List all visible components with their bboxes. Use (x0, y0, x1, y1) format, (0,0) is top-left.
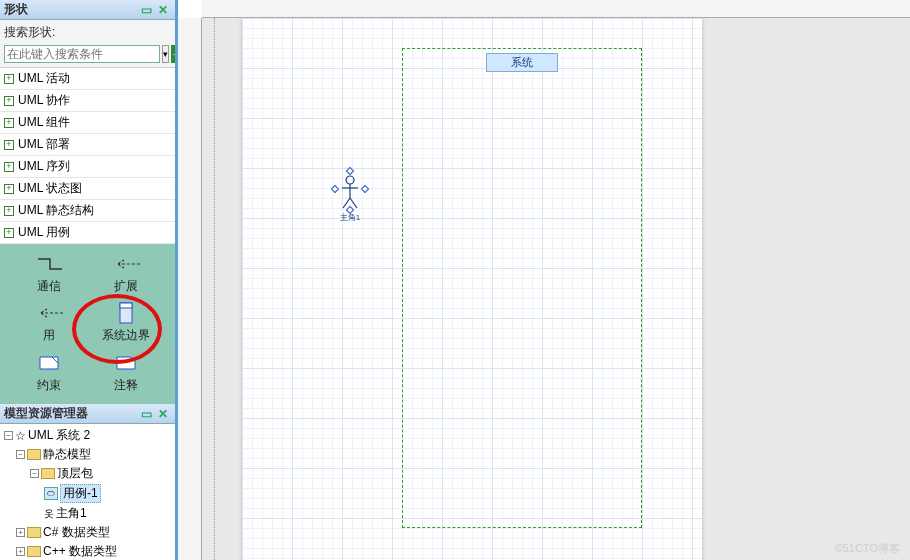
expand-icon: + (4, 162, 14, 172)
collapse-icon[interactable]: − (4, 431, 13, 440)
explorer-panel-title: 模型资源管理器 (4, 405, 138, 422)
collapse-icon[interactable]: − (30, 469, 39, 478)
horizontal-ruler[interactable] (202, 0, 910, 18)
canvas-area: 系统 主角1 ©51CTO博客 (175, 0, 910, 560)
shape-search-area: 搜索形状: ▾ → (0, 20, 175, 67)
category-uml-collaboration[interactable]: +UML 协作 (0, 90, 175, 112)
system-boundary-icon (112, 303, 140, 323)
actor-icon: 옷 (44, 507, 54, 521)
shape-constraint[interactable]: 约束 (10, 349, 88, 398)
use-icon (35, 303, 63, 323)
shape-system-boundary[interactable]: 系统边界 (88, 299, 166, 348)
category-uml-usecase[interactable]: +UML 用例 (0, 222, 175, 244)
expand-icon: + (4, 228, 14, 238)
expand-icon[interactable]: + (16, 547, 25, 556)
expand-icon: + (4, 184, 14, 194)
folder-icon (41, 468, 55, 479)
search-dropdown-icon[interactable]: ▾ (162, 45, 169, 63)
category-uml-static[interactable]: +UML 静态结构 (0, 200, 175, 222)
shape-note[interactable]: 注释 (88, 349, 166, 398)
category-uml-activity[interactable]: +UML 活动 (0, 68, 175, 90)
collapse-icon[interactable]: − (16, 450, 25, 459)
expand-icon: + (4, 74, 14, 84)
shape-extend[interactable]: 扩展 (88, 250, 166, 299)
tree-csharp-types[interactable]: +C# 数据类型 (2, 523, 173, 542)
note-icon (112, 353, 140, 373)
expand-icon: + (4, 118, 14, 128)
shapes-panel-title: 形状 (4, 1, 138, 18)
drawing-page[interactable]: 系统 主角1 (242, 18, 702, 560)
folder-icon (27, 546, 41, 557)
communication-icon (35, 254, 63, 274)
drawing-surface[interactable]: 系统 主角1 (202, 18, 910, 560)
uml-system-icon: ☆ (15, 429, 26, 443)
selection-handle[interactable] (361, 185, 369, 193)
shape-use[interactable]: 用 (10, 299, 88, 348)
tree-actor-1[interactable]: 옷主角1 (2, 504, 173, 523)
category-uml-sequence[interactable]: +UML 序列 (0, 156, 175, 178)
actor-icon (340, 174, 360, 210)
tree-top-package[interactable]: −顶层包 (2, 464, 173, 483)
svg-point-2 (346, 176, 354, 184)
folder-icon (27, 449, 41, 460)
tree-static-model[interactable]: −静态模型 (2, 445, 173, 464)
shape-category-list: +UML 活动 +UML 协作 +UML 组件 +UML 部署 +UML 序列 … (0, 67, 175, 244)
extend-icon (112, 254, 140, 274)
expand-icon: + (4, 206, 14, 216)
model-tree: −☆UML 系统 2 −静态模型 −顶层包 ⬭用例-1 옷主角1 +C# 数据类… (0, 424, 175, 560)
panel-pin-icon[interactable]: ▭ (138, 407, 155, 421)
search-label: 搜索形状: (4, 24, 171, 41)
tree-usecase-1[interactable]: ⬭用例-1 (2, 483, 173, 504)
watermark: ©51CTO博客 (835, 541, 900, 556)
system-boundary-shape[interactable]: 系统 (402, 48, 642, 528)
actor-shape[interactable]: 主角1 (338, 174, 362, 223)
shape-search-input[interactable] (4, 45, 160, 63)
category-uml-component[interactable]: +UML 组件 (0, 112, 175, 134)
shape-communication[interactable]: 通信 (10, 250, 88, 299)
page-margin-guide (214, 18, 215, 560)
panel-close-icon[interactable]: ✕ (155, 3, 171, 17)
shape-palette: 通信 扩展 用 系统边界 约束 注释 (0, 244, 175, 404)
tree-cpp-types[interactable]: +C++ 数据类型 (2, 542, 173, 560)
svg-rect-1 (120, 303, 132, 308)
constraint-icon (35, 353, 63, 373)
shapes-panel-header: 形状 ▭ ✕ (0, 0, 175, 20)
explorer-panel-header: 模型资源管理器 ▭ ✕ (0, 404, 175, 424)
vertical-ruler[interactable] (178, 18, 202, 560)
system-boundary-title[interactable]: 系统 (486, 53, 558, 72)
expand-icon: + (4, 96, 14, 106)
expand-icon[interactable]: + (16, 528, 25, 537)
panel-pin-icon[interactable]: ▭ (138, 3, 155, 17)
category-uml-deployment[interactable]: +UML 部署 (0, 134, 175, 156)
tree-root[interactable]: −☆UML 系统 2 (2, 426, 173, 445)
category-uml-state[interactable]: +UML 状态图 (0, 178, 175, 200)
expand-icon: + (4, 140, 14, 150)
selection-handle[interactable] (331, 185, 339, 193)
usecase-icon: ⬭ (44, 487, 58, 500)
panel-close-icon[interactable]: ✕ (155, 407, 171, 421)
folder-icon (27, 527, 41, 538)
